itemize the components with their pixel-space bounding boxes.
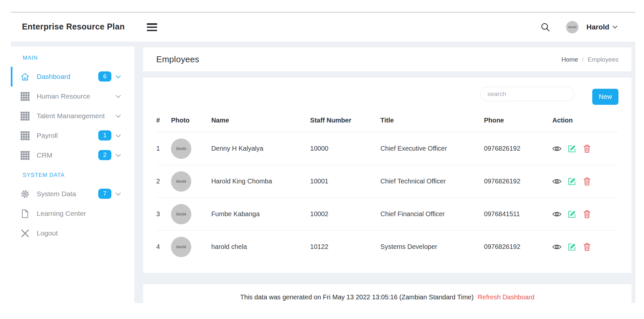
table-toolbar: New bbox=[156, 87, 618, 105]
employee-title: Systems Developer bbox=[380, 231, 484, 263]
trash-icon bbox=[582, 210, 592, 218]
employee-phone: 0976826192 bbox=[484, 165, 552, 198]
table-header-row: # Photo Name Staff Number Title Phone Ac… bbox=[156, 113, 618, 132]
grid-icon bbox=[21, 112, 29, 121]
chevron-down-icon bbox=[613, 26, 617, 29]
edit-icon bbox=[567, 177, 577, 186]
employee-title: Chief Financial Officer bbox=[380, 198, 484, 231]
search-icon[interactable] bbox=[540, 22, 550, 32]
eye-icon bbox=[552, 243, 561, 251]
avatar[interactable]: 50x50 bbox=[566, 21, 578, 33]
employees-table: # Photo Name Staff Number Title Phone Ac… bbox=[156, 113, 618, 263]
search-input[interactable] bbox=[480, 87, 574, 101]
employee-photo: 50x50 bbox=[171, 139, 191, 159]
edit-button[interactable] bbox=[567, 243, 577, 251]
badge: 1 bbox=[98, 130, 111, 141]
row-index: 2 bbox=[156, 165, 171, 198]
employee-title: Chief Technical Officer bbox=[380, 165, 484, 198]
employee-staff-number: 10001 bbox=[310, 165, 380, 198]
app-logo: Enterprise Resource Plan bbox=[22, 22, 125, 31]
footer-card: This data was generated on Fri May 13 20… bbox=[143, 284, 632, 319]
employees-card: New # Photo Name Staff Number Title Phon… bbox=[143, 78, 632, 273]
new-button[interactable]: New bbox=[592, 89, 618, 105]
generated-timestamp-text: This data was generated on Fri May 13 20… bbox=[240, 293, 474, 301]
column-header-staff-number: Staff Number bbox=[310, 113, 380, 132]
sidebar-item-crm[interactable]: CRM 2 bbox=[11, 145, 134, 165]
badge: 2 bbox=[98, 150, 111, 160]
employee-phone: 0976841511 bbox=[484, 198, 552, 231]
content-column: Employees Home / Employees New # Photo N… bbox=[143, 42, 632, 319]
user-name: Harold bbox=[586, 23, 609, 31]
file-icon bbox=[21, 209, 29, 218]
sidebar-item-label: Dashboard bbox=[37, 73, 70, 81]
sidebar-item-label: Payroll bbox=[37, 132, 58, 140]
breadcrumb-separator: / bbox=[582, 56, 584, 63]
breadcrumb-home-link[interactable]: Home bbox=[561, 56, 578, 63]
employee-name: Fumbe Kabanga bbox=[211, 198, 310, 231]
column-header-title: Title bbox=[380, 113, 484, 132]
row-actions bbox=[552, 177, 618, 186]
column-header-phone: Phone bbox=[484, 113, 552, 132]
user-menu[interactable]: Harold bbox=[586, 23, 617, 31]
eye-icon bbox=[552, 210, 561, 218]
table-row: 1 50x50 Denny H Kalyalya 10000 Chief Exe… bbox=[156, 132, 618, 165]
trash-icon bbox=[582, 177, 592, 186]
sidebar-item-system-data[interactable]: System Data 7 bbox=[11, 184, 134, 204]
table-row: 2 50x50 Harold King Chomba 10001 Chief T… bbox=[156, 165, 618, 198]
view-button[interactable] bbox=[552, 177, 561, 186]
column-header-index: # bbox=[156, 113, 171, 132]
employee-staff-number: 10002 bbox=[310, 198, 380, 231]
view-button[interactable] bbox=[552, 243, 561, 251]
sidebar: MAIN Dashboard 6 Human Resource Talent M… bbox=[11, 47, 134, 303]
chevron-down-icon bbox=[116, 154, 121, 157]
grid-icon bbox=[21, 92, 29, 101]
sidebar-item-human-resource[interactable]: Human Resource bbox=[11, 86, 134, 106]
eye-icon bbox=[552, 144, 561, 153]
delete-button[interactable] bbox=[582, 210, 592, 218]
sidebar-item-label: Learning Center bbox=[37, 210, 86, 217]
employee-title: Chief Executive Officer bbox=[380, 132, 484, 165]
row-index: 3 bbox=[156, 198, 171, 231]
edit-button[interactable] bbox=[567, 144, 577, 153]
badge: 7 bbox=[98, 189, 111, 199]
view-button[interactable] bbox=[552, 210, 561, 218]
sidebar-item-logout[interactable]: Logout bbox=[11, 223, 134, 243]
grid-icon bbox=[21, 151, 29, 160]
trash-icon bbox=[582, 243, 592, 251]
hamburger-icon bbox=[147, 27, 157, 28]
column-header-action: Action bbox=[552, 113, 618, 132]
gear-icon bbox=[21, 190, 29, 198]
chevron-down-icon bbox=[116, 134, 121, 138]
table-row: 3 50x50 Fumbe Kabanga 10002 Chief Financ… bbox=[156, 198, 618, 231]
delete-button[interactable] bbox=[582, 243, 592, 251]
employee-staff-number: 10000 bbox=[310, 132, 380, 165]
hamburger-icon bbox=[147, 23, 157, 25]
x-icon bbox=[21, 229, 29, 238]
employee-name: Harold King Chomba bbox=[211, 165, 310, 198]
eye-icon bbox=[552, 177, 561, 186]
edit-button[interactable] bbox=[567, 177, 577, 186]
badge: 6 bbox=[98, 71, 111, 82]
sidebar-item-payroll[interactable]: Payroll 1 bbox=[11, 126, 134, 145]
menu-toggle-button[interactable] bbox=[147, 23, 157, 31]
breadcrumb: Home / Employees bbox=[561, 56, 618, 63]
header-right-group: 50x50 Harold bbox=[540, 13, 617, 42]
employee-staff-number: 10122 bbox=[310, 231, 380, 263]
trash-icon bbox=[582, 144, 592, 153]
page-title-bar: Employees Home / Employees bbox=[143, 47, 632, 71]
sidebar-item-label: Talent Mananegement bbox=[37, 112, 105, 120]
chevron-down-icon bbox=[116, 193, 121, 196]
row-index: 1 bbox=[156, 132, 171, 165]
sidebar-item-learning-center[interactable]: Learning Center bbox=[11, 204, 134, 223]
view-button[interactable] bbox=[552, 144, 561, 153]
sidebar-item-label: CRM bbox=[37, 151, 52, 159]
app-header: Enterprise Resource Plan 50x50 Harold bbox=[11, 13, 635, 42]
sidebar-item-dashboard[interactable]: Dashboard 6 bbox=[11, 67, 134, 86]
sidebar-item-talent-management[interactable]: Talent Mananegement bbox=[11, 106, 134, 126]
employee-photo: 50x50 bbox=[171, 171, 191, 192]
delete-button[interactable] bbox=[582, 177, 592, 186]
row-actions bbox=[552, 243, 618, 251]
delete-button[interactable] bbox=[582, 144, 592, 153]
edit-button[interactable] bbox=[567, 210, 577, 218]
refresh-dashboard-link[interactable]: Refresh Dashboard bbox=[478, 293, 534, 301]
